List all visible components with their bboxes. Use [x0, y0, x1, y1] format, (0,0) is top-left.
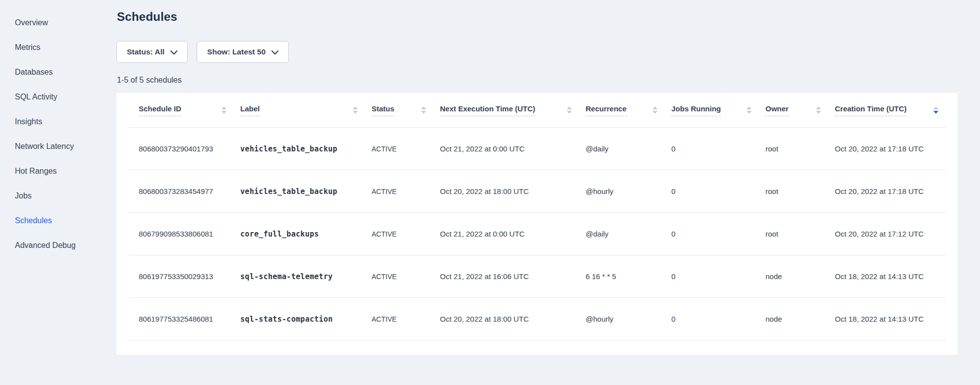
- cell-owner: node: [765, 272, 835, 281]
- show-limit-label: Show: Latest 50: [207, 48, 266, 56]
- cell-creation-time: Oct 20, 2022 at 17:12 UTC: [835, 230, 945, 238]
- cell-status: ACTIVE: [372, 273, 440, 281]
- cell-label: vehicles_table_backup: [240, 144, 372, 153]
- status-filter-label: Status: All: [127, 48, 164, 56]
- cell-next-execution: Oct 20, 2022 at 18:00 UTC: [440, 315, 586, 323]
- cell-jobs-running: 0: [671, 187, 765, 195]
- cell-next-execution: Oct 21, 2022 at 0:00 UTC: [440, 144, 586, 153]
- column-header-creation-time[interactable]: Creation Time (UTC): [835, 104, 945, 116]
- page-title: Schedules: [117, 10, 177, 24]
- cell-recurrence: @daily: [586, 230, 671, 238]
- status-filter-dropdown[interactable]: Status: All: [116, 41, 188, 63]
- column-header-status[interactable]: Status: [372, 104, 440, 116]
- filter-bar: Status: All Show: Latest 50: [116, 41, 289, 63]
- column-header-owner[interactable]: Owner: [765, 104, 835, 116]
- column-label: Recurrence: [586, 104, 627, 116]
- cell-schedule-id: 806197753325486081: [139, 315, 240, 323]
- chevron-down-icon: [170, 49, 177, 55]
- cell-recurrence: 6 16 * * 5: [586, 272, 671, 281]
- cell-jobs-running: 0: [671, 144, 765, 153]
- sort-icon[interactable]: [221, 106, 226, 114]
- results-count: 1-5 of 5 schedules: [117, 76, 182, 85]
- schedules-table-card: Schedule ID Label Status Next Execution …: [116, 93, 958, 355]
- sidebar-item-hot-ranges[interactable]: Hot Ranges: [0, 159, 115, 184]
- cell-creation-time: Oct 18, 2022 at 14:13 UTC: [835, 272, 945, 281]
- cell-schedule-id: 806800373283454977: [139, 187, 240, 195]
- cell-schedule-id: 806799098533806081: [139, 230, 240, 238]
- cell-creation-time: Oct 20, 2022 at 17:18 UTC: [835, 187, 945, 195]
- sidebar-item-insights[interactable]: Insights: [0, 109, 115, 134]
- table-row: 806197753325486081 sql-stats-compaction …: [129, 298, 945, 340]
- column-header-jobs-running[interactable]: Jobs Running: [671, 104, 765, 116]
- table-row: 806197753350029313 sql-schema-telemetry …: [129, 255, 945, 298]
- sidebar-item-metrics[interactable]: Metrics: [0, 35, 115, 60]
- sort-icon[interactable]: [747, 106, 752, 114]
- column-label: Status: [372, 104, 394, 116]
- cell-owner: root: [765, 144, 835, 153]
- sidebar-item-network-latency[interactable]: Network Latency: [0, 134, 115, 159]
- cell-schedule-id: 806800373290401793: [139, 144, 240, 153]
- table-header-row: Schedule ID Label Status Next Execution …: [129, 93, 945, 128]
- cell-owner: root: [765, 230, 835, 238]
- column-label: Label: [240, 104, 260, 116]
- cell-jobs-running: 0: [671, 315, 765, 323]
- column-header-schedule-id[interactable]: Schedule ID: [139, 104, 240, 116]
- cell-recurrence: @hourly: [586, 187, 671, 195]
- sort-icon[interactable]: [353, 106, 358, 114]
- sort-icon[interactable]: [933, 106, 938, 114]
- column-header-label[interactable]: Label: [240, 104, 372, 116]
- sort-icon[interactable]: [653, 106, 657, 114]
- cell-next-execution: Oct 20, 2022 at 18:00 UTC: [440, 187, 586, 195]
- column-header-next-execution-time[interactable]: Next Execution Time (UTC): [440, 104, 586, 116]
- column-label: Schedule ID: [139, 104, 181, 116]
- chevron-down-icon: [272, 49, 278, 55]
- cell-schedule-id: 806197753350029313: [139, 272, 240, 281]
- cell-owner: root: [765, 187, 835, 195]
- column-label: Next Execution Time (UTC): [440, 104, 535, 116]
- cell-status: ACTIVE: [372, 188, 440, 195]
- cell-recurrence: @daily: [586, 144, 671, 153]
- cell-next-execution: Oct 21, 2022 at 16:06 UTC: [440, 272, 586, 281]
- cell-status: ACTIVE: [372, 315, 440, 323]
- sidebar-item-jobs[interactable]: Jobs: [0, 184, 115, 208]
- cell-label: vehicles_table_backup: [240, 187, 372, 196]
- cell-jobs-running: 0: [671, 230, 765, 238]
- cell-recurrence: @hourly: [586, 315, 671, 323]
- table-row: 806800373290401793 vehicles_table_backup…: [129, 128, 945, 170]
- sidebar-item-schedules[interactable]: Schedules: [0, 208, 115, 233]
- sidebar-item-sql-activity[interactable]: SQL Activity: [0, 85, 115, 109]
- cell-creation-time: Oct 18, 2022 at 14:13 UTC: [835, 315, 945, 323]
- cell-jobs-running: 0: [671, 272, 765, 281]
- cell-status: ACTIVE: [372, 230, 440, 238]
- sort-icon[interactable]: [816, 106, 821, 114]
- column-label: Owner: [765, 104, 789, 116]
- table-row: 806800373283454977 vehicles_table_backup…: [129, 170, 945, 213]
- sidebar-item-overview[interactable]: Overview: [0, 10, 115, 35]
- cell-creation-time: Oct 20, 2022 at 17:18 UTC: [835, 144, 945, 153]
- sort-icon[interactable]: [567, 106, 572, 114]
- cell-label: core_full_backups: [240, 230, 372, 239]
- sidebar-item-databases[interactable]: Databases: [0, 60, 115, 85]
- show-limit-dropdown[interactable]: Show: Latest 50: [197, 41, 289, 63]
- cell-next-execution: Oct 21, 2022 at 0:00 UTC: [440, 230, 586, 238]
- cell-owner: node: [765, 315, 835, 323]
- table-row: 806799098533806081 core_full_backups ACT…: [129, 213, 945, 255]
- cell-label: sql-stats-compaction: [240, 315, 372, 324]
- column-label: Jobs Running: [671, 104, 721, 116]
- sort-icon[interactable]: [421, 106, 426, 114]
- cell-label: sql-schema-telemetry: [240, 272, 372, 281]
- column-label: Creation Time (UTC): [835, 104, 907, 116]
- cell-status: ACTIVE: [372, 145, 440, 153]
- sidebar-item-advanced-debug[interactable]: Advanced Debug: [0, 233, 115, 258]
- column-header-recurrence[interactable]: Recurrence: [586, 104, 671, 116]
- sidebar-nav: Overview Metrics Databases SQL Activity …: [0, 0, 115, 385]
